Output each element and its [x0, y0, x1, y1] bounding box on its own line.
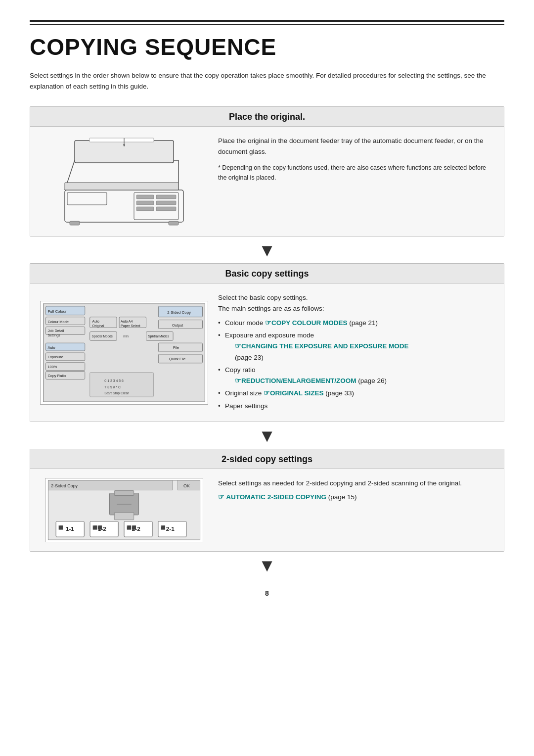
svg-text:Settings: Settings [47, 333, 60, 337]
svg-text:Exposure: Exposure [47, 354, 63, 359]
svg-text:Original: Original [92, 324, 104, 328]
bullet-copy-ratio: Copy ratio ☞REDUCTION/ENLARGEMENT/ZOOM (… [218, 365, 494, 387]
section-basic-copy: Basic copy settings Full Colour Colour M… [30, 263, 504, 422]
printer-panel-illustration: Full Colour Colour Mode Job Detail Setti… [40, 301, 208, 405]
link-original-sizes[interactable]: ☞ORIGINAL SIZES [264, 389, 324, 397]
link-reduction-enlargement[interactable]: ☞REDUCTION/ENLARGEMENT/ZOOM [235, 377, 356, 384]
section-text-basic-copy: Select the basic copy settings. The main… [218, 292, 494, 413]
arrow-down-3: ▼ [30, 557, 504, 574]
basic-copy-bullets: Colour mode ☞COPY COLOUR MODES (page 21)… [218, 318, 494, 412]
svg-text:0 1 2 3 4 5 6: 0 1 2 3 4 5 6 [104, 379, 124, 382]
svg-text:⬛: ⬛ [161, 525, 166, 530]
svg-text:OK: OK [183, 483, 190, 488]
svg-text:100%: 100% [47, 364, 57, 369]
page: COPYING SEQUENCE Select settings in the … [0, 0, 534, 756]
bullet-paper-settings: Paper settings [218, 401, 494, 412]
svg-text:min: min [123, 334, 129, 338]
bullet-colour-mode: Colour mode ☞COPY COLOUR MODES (page 21) [218, 318, 494, 329]
section-text-place-original: Place the original in the document feede… [218, 136, 494, 227]
svg-text:Start  Stop  Clear: Start Stop Clear [104, 391, 129, 395]
section-place-original: Place the original. [30, 106, 504, 236]
svg-text:Auto: Auto [92, 319, 99, 323]
section-header-two-sided: 2-sided copy settings [30, 449, 504, 469]
section-body-two-sided: 2-Sided Copy OK 1-1 1-2 [30, 469, 504, 551]
svg-rect-63 [114, 513, 134, 520]
section-image-basic-copy: Full Colour Colour Mode Job Detail Setti… [40, 292, 208, 413]
svg-text:⬛⬛: ⬛⬛ [92, 525, 102, 530]
svg-rect-3 [136, 201, 154, 205]
section-image-place-original [40, 136, 208, 227]
svg-rect-61 [109, 493, 138, 515]
svg-text:Paper Select: Paper Select [121, 324, 140, 328]
svg-rect-6 [156, 201, 176, 205]
svg-rect-11 [89, 138, 154, 142]
svg-rect-7 [156, 207, 176, 211]
svg-rect-2 [136, 195, 154, 199]
svg-text:Output: Output [172, 323, 183, 327]
svg-text:Special Modes: Special Modes [92, 334, 113, 338]
svg-rect-14 [70, 221, 80, 225]
svg-text:Colour Mode: Colour Mode [47, 319, 68, 324]
svg-rect-8 [67, 192, 107, 205]
svg-text:7 8 9 # * C: 7 8 9 # * C [104, 385, 121, 389]
section-image-two-sided: 2-Sided Copy OK 1-1 1-2 [40, 478, 208, 542]
svg-text:2-Sided Copy: 2-Sided Copy [167, 310, 191, 314]
svg-text:Job Detail: Job Detail [47, 329, 64, 333]
svg-text:File: File [173, 345, 179, 350]
copier-machine-illustration [50, 136, 198, 227]
section-body-place-original: Place the original in the document feede… [30, 127, 504, 236]
bullet-exposure: Exposure and exposure mode ☞CHANGING THE… [218, 330, 494, 363]
section-body-basic-copy: Full Colour Colour Mode Job Detail Setti… [30, 284, 504, 422]
page-number: 8 [30, 589, 504, 597]
svg-text:Full Colour: Full Colour [47, 309, 67, 313]
link-copy-colour-modes[interactable]: ☞COPY COLOUR MODES [265, 319, 348, 327]
svg-text:2-1: 2-1 [166, 525, 175, 532]
link-changing-exposure[interactable]: ☞CHANGING THE EXPOSURE AND EXPOSURE MODE [235, 342, 409, 350]
svg-rect-15 [169, 221, 178, 225]
svg-rect-62 [114, 490, 134, 495]
svg-rect-5 [156, 195, 176, 199]
svg-rect-4 [136, 207, 154, 211]
svg-rect-9 [65, 183, 178, 190]
page-title: COPYING SEQUENCE [30, 34, 504, 60]
svg-text:2-Sided Copy: 2-Sided Copy [51, 483, 78, 488]
svg-text:A4: A4 [151, 334, 155, 338]
svg-text:1-1: 1-1 [66, 525, 74, 532]
section-text-two-sided: Select settings as needed for 2-sided co… [218, 478, 494, 542]
section-header-place-original: Place the original. [30, 107, 504, 127]
link-automatic-2-sided[interactable]: ☞ AUTOMATIC 2-SIDED COPYING [218, 493, 326, 501]
section-header-basic-copy: Basic copy settings [30, 264, 504, 284]
arrow-down-1: ▼ [30, 241, 504, 259]
bullet-original-size: Original size ☞ORIGINAL SIZES (page 33) [218, 388, 494, 399]
svg-text:⬛: ⬛ [58, 525, 63, 530]
section-two-sided: 2-sided copy settings 2-Sided Copy OK [30, 449, 504, 552]
intro-text: Select settings in the order shown below… [30, 70, 504, 92]
svg-text:Copy Ratio: Copy Ratio [47, 373, 66, 378]
svg-rect-47 [158, 343, 202, 352]
two-sided-panel-illustration: 2-Sided Copy OK 1-1 1-2 [45, 478, 203, 542]
arrow-down-2: ▼ [30, 427, 504, 445]
svg-text:Auto  A4: Auto A4 [121, 319, 133, 323]
svg-text:⬛⬛: ⬛⬛ [127, 525, 136, 530]
svg-text:Auto: Auto [47, 345, 55, 350]
top-border [30, 20, 504, 25]
svg-text:Quick File: Quick File [169, 356, 185, 361]
